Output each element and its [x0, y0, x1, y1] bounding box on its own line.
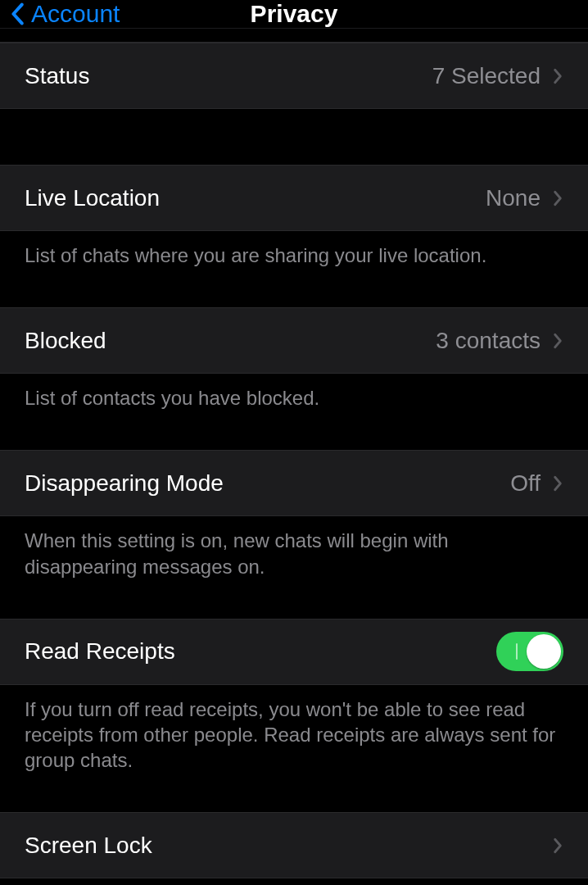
- row-value: Off: [510, 470, 541, 497]
- row-label: Disappearing Mode: [25, 470, 224, 497]
- row-footer: Require Touch ID to unlock WhatsApp.: [0, 878, 588, 885]
- row-screen-lock[interactable]: Screen Lock: [0, 812, 588, 878]
- row-footer: When this setting is on, new chats will …: [0, 515, 588, 595]
- chevron-right-icon: [552, 67, 563, 85]
- back-button[interactable]: Account: [8, 0, 120, 28]
- row-label: Status: [25, 63, 89, 89]
- chevron-right-icon: [552, 474, 563, 492]
- read-receipts-toggle[interactable]: [496, 632, 563, 671]
- row-read-receipts: Read Receipts: [0, 619, 588, 684]
- row-blocked[interactable]: Blocked 3 contacts: [0, 307, 588, 373]
- chevron-left-icon: [8, 0, 26, 28]
- row-disappearing-mode[interactable]: Disappearing Mode Off: [0, 450, 588, 515]
- row-status[interactable]: Status 7 Selected: [0, 43, 588, 108]
- privacy-settings-screen: Account Privacy Status 7 Selected Live L…: [0, 0, 588, 885]
- row-label: Screen Lock: [25, 833, 152, 859]
- row-footer: List of contacts you have blocked.: [0, 373, 588, 427]
- chevron-right-icon: [552, 332, 563, 350]
- row-live-location[interactable]: Live Location None: [0, 165, 588, 230]
- chevron-right-icon: [552, 189, 563, 207]
- row-value: 7 Selected: [432, 63, 541, 89]
- row-label: Blocked: [25, 328, 106, 354]
- row-value: 3 contacts: [436, 328, 541, 354]
- nav-bar: Account Privacy: [0, 0, 588, 29]
- row-value: None: [486, 185, 541, 211]
- row-label: Live Location: [25, 185, 160, 211]
- row-footer: If you turn off read receipts, you won't…: [0, 684, 588, 790]
- row-label: Read Receipts: [25, 638, 175, 665]
- row-footer: List of chats where you are sharing your…: [0, 230, 588, 284]
- back-label: Account: [31, 0, 120, 28]
- chevron-right-icon: [552, 837, 563, 855]
- page-title: Privacy: [251, 0, 338, 28]
- settings-list: Status 7 Selected Live Location None Lis…: [0, 29, 588, 885]
